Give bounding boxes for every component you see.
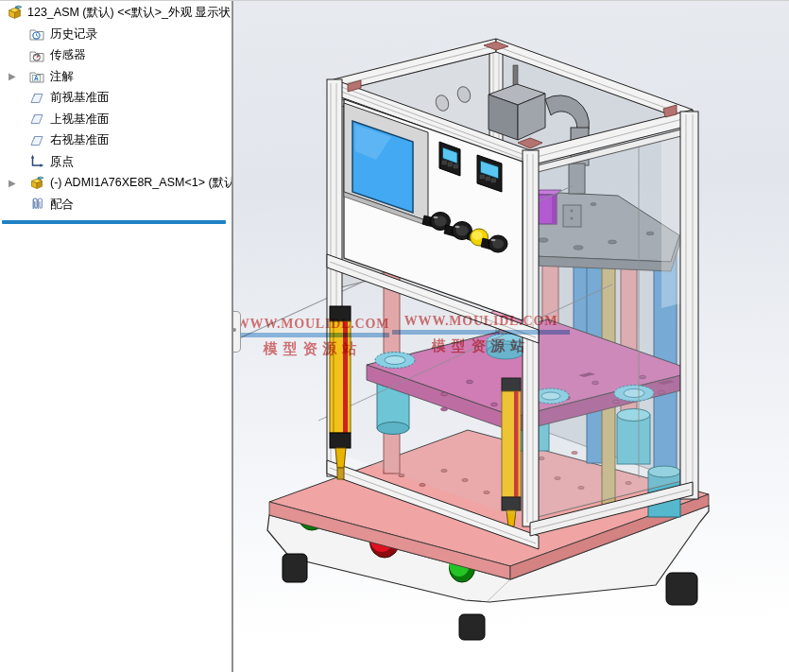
expand-arrow-icon[interactable]: ▶ [9,72,16,81]
annotations-folder-icon: A [29,69,44,84]
feature-manager-panel: 123_ASM (默认) <<默认>_外观 显示状 历史记录 传感器 ▶ [0,1,233,672]
panel-splitter-handle[interactable] [233,311,241,353]
machine-foot [666,573,697,605]
sensors-folder-icon [29,48,44,63]
tree-item-top-plane[interactable]: 上视基准面 [0,109,232,130]
tree-root-label: 123_ASM (默认) <<默认>_外观 显示状 [27,5,231,21]
tree-item-label: 注解 [50,69,74,85]
plane-icon [29,133,44,148]
tree-item-subassembly[interactable]: ▶ (-) ADMI1A76XE8R_ASM<1> (默认 [0,173,232,195]
assembly-icon [29,176,44,191]
tree-item-label: 右视基准面 [50,132,110,148]
tree-root-assembly[interactable]: 123_ASM (默认) <<默认>_外观 显示状 [0,1,232,24]
expand-arrow-icon[interactable]: ▶ [9,178,16,187]
svg-text:A: A [34,75,39,81]
graphics-viewport[interactable]: WWW.MOULIDL.COM 模型资源站 WWW.MOULIDL.COM 模型… [233,1,789,672]
tree-item-annotations[interactable]: ▶ A 注解 [0,66,232,88]
tree-item-origin[interactable]: 原点 [0,151,232,173]
frame-post-back-right[interactable] [680,112,698,499]
tree-item-front-plane[interactable]: 前视基准面 [0,88,232,110]
tree-item-history[interactable]: 历史记录 [0,24,232,45]
cad-window: 123_ASM (默认) <<默认>_外观 显示状 历史记录 传感器 ▶ [0,0,789,672]
history-folder-icon [29,26,44,42]
tree-item-label: 配合 [50,197,74,213]
origin-icon [29,154,44,169]
tree-item-label: 传感器 [50,47,86,63]
assembly-icon [7,5,23,21]
tree-item-label: 上视基准面 [50,112,110,128]
plane-icon [29,112,44,127]
tree-item-label: 原点 [50,154,74,170]
machine-foot [459,614,485,640]
tree-item-label: 历史记录 [50,26,97,43]
mates-paperclip-icon [29,197,44,212]
machine-foot [283,554,307,582]
tree-item-sensors[interactable]: 传感器 [0,45,232,67]
plane-icon [29,91,44,106]
tree-item-mates[interactable]: 配合 [0,194,232,215]
tree-item-label: (-) ADMI1A76XE8R_ASM<1> (默认 [50,175,233,191]
tree-panel-divider[interactable] [2,220,226,224]
machine-model[interactable] [233,1,789,672]
tree-item-right-plane[interactable]: 右视基准面 [0,130,232,152]
tree-item-label: 前视基准面 [50,90,110,106]
